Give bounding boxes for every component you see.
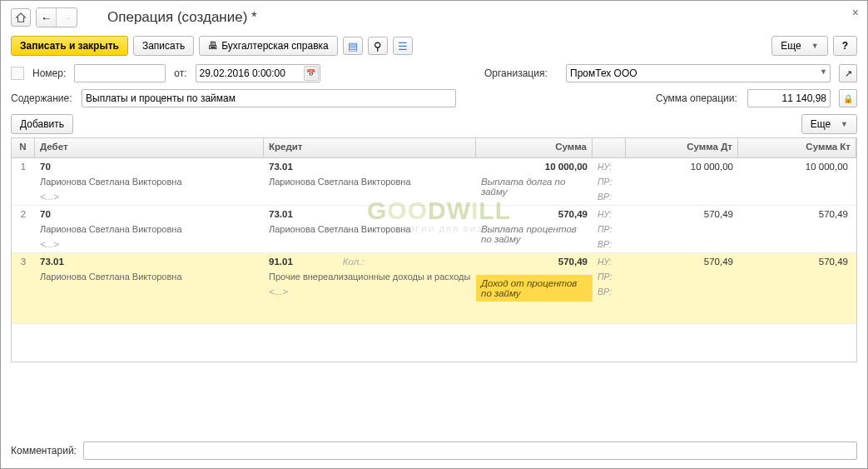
org-select[interactable] xyxy=(566,64,831,82)
debit-cell[interactable]: 73.01 Ларионова Светлана Викторовна xyxy=(35,253,264,323)
tags-cell: НУ: ПР: ВР: xyxy=(593,158,626,205)
accounting-reference-label: Бухгалтерская справка xyxy=(221,40,329,52)
grid-toolbar: Добавить Еще▼ xyxy=(11,114,857,134)
debit-account: 70 xyxy=(40,209,259,219)
sum-cell[interactable]: 570,49 Выплата процентов по займу xyxy=(476,206,593,252)
chevron-down-icon: ▼ xyxy=(834,120,848,128)
tag-vr: ВР: xyxy=(598,192,621,202)
sumkt-cell[interactable]: 570,49 xyxy=(738,206,856,252)
printer-icon: 🖶 xyxy=(208,40,218,52)
header-bar: ← → Операция (создание) * xyxy=(11,7,857,27)
sum-value: 570,49 xyxy=(476,253,593,270)
comment-row: Комментарий: xyxy=(11,442,857,460)
calendar-icon[interactable]: 📅 xyxy=(304,66,319,81)
window-title: Операция (создание) * xyxy=(107,9,257,26)
credit-subconto: Прочие внереализационные доходы и расход… xyxy=(269,272,471,282)
sum-cell[interactable]: 570,49 Доход от процентов по займу xyxy=(476,253,593,323)
tag-nu: НУ: xyxy=(598,162,621,172)
entries-grid: N Дебет Кредит Сумма Сумма Дт Сумма Кт 1… xyxy=(11,137,857,362)
help-button[interactable]: ? xyxy=(833,36,857,56)
tag-vr: ВР: xyxy=(598,239,621,249)
content-label: Содержание: xyxy=(11,92,73,104)
credit-subconto: Ларионова Светлана Викторовна xyxy=(269,224,471,234)
credit-cell[interactable]: 73.01 Ларионова Светлана Викторовна xyxy=(264,206,476,252)
debit-subconto: Ларионова Светлана Викторовна xyxy=(40,272,259,282)
open-icon: ↗ xyxy=(845,68,852,79)
table-row[interactable]: 2 70 Ларионова Светлана Викторовна <...>… xyxy=(12,206,856,253)
home-icon xyxy=(15,12,27,23)
col-credit[interactable]: Кредит xyxy=(264,138,476,157)
sum-value: 570,49 xyxy=(481,209,588,219)
save-close-button[interactable]: Записать и закрыть xyxy=(11,36,128,56)
sum-note: Доход от процентов по займу xyxy=(476,275,593,302)
debit-cell[interactable]: 70 Ларионова Светлана Викторовна <...> xyxy=(35,158,264,205)
credit-cell[interactable]: 91.01Кол.: Прочие внереализационные дохо… xyxy=(264,253,476,323)
tag-nu: НУ: xyxy=(598,209,621,219)
col-debit[interactable]: Дебет xyxy=(35,138,264,157)
close-icon[interactable]: × xyxy=(852,6,859,19)
sum-lock-button[interactable]: 🔒 xyxy=(839,89,857,107)
row-num: 1 xyxy=(12,158,35,205)
sumdt-cell[interactable]: 570,49 xyxy=(626,206,738,252)
tag-pr: ПР: xyxy=(598,177,621,187)
sumdt-cell[interactable]: 10 000,00 xyxy=(626,158,738,205)
col-sum[interactable]: Сумма xyxy=(476,138,593,157)
credit-subconto: Ларионова Светлана Викторовна xyxy=(269,177,471,187)
more-button[interactable]: Еще▼ xyxy=(771,36,827,56)
debit-account: 70 xyxy=(40,162,259,172)
chevron-down-icon: ▼ xyxy=(805,42,819,50)
date-input[interactable] xyxy=(196,64,320,82)
nav-forward-button: → xyxy=(57,8,77,27)
home-button[interactable] xyxy=(11,8,31,27)
content-input[interactable] xyxy=(82,89,456,107)
attach-file-button[interactable]: ▤ xyxy=(343,37,363,55)
table-row[interactable]: 1 70 Ларионова Светлана Викторовна <...>… xyxy=(12,158,856,206)
document-type-icon xyxy=(11,67,24,80)
save-button[interactable]: Записать xyxy=(133,36,194,56)
main-toolbar: Записать и закрыть Записать 🖶 Бухгалтерс… xyxy=(11,36,857,56)
list-icon: ☰ xyxy=(398,40,408,52)
sum-input[interactable] xyxy=(747,89,831,107)
sum-cell[interactable]: 10 000,00 Выплата долга по займу xyxy=(476,158,593,205)
debit-subconto: Ларионова Светлана Викторовна xyxy=(40,224,259,234)
row-num: 2 xyxy=(12,206,35,252)
arrow-right-icon: → xyxy=(61,12,72,24)
credit-cell[interactable]: 73.01 Ларионова Светлана Викторовна xyxy=(264,158,476,205)
credit-ext: <...> xyxy=(269,287,471,297)
debit-ext: <...> xyxy=(40,239,259,249)
debit-cell[interactable]: 70 Ларионова Светлана Викторовна <...> xyxy=(35,206,264,252)
form-row-content: Содержание: Сумма операции: 🔒 xyxy=(11,89,857,107)
sumdt-cell[interactable]: 570,49 xyxy=(626,253,738,323)
sum-label: Сумма операции: xyxy=(656,92,739,104)
debit-account: 73.01 xyxy=(40,257,259,267)
col-sumkt[interactable]: Сумма Кт xyxy=(738,138,856,157)
tag-pr: ПР: xyxy=(598,272,621,282)
col-n[interactable]: N xyxy=(12,138,35,157)
sum-note: Выплата долга по займу xyxy=(481,177,588,197)
chevron-down-icon[interactable]: ▼ xyxy=(820,67,827,76)
comment-input[interactable] xyxy=(83,442,857,460)
clip-button[interactable]: ⚲ xyxy=(368,37,388,55)
credit-account: 73.01 xyxy=(269,162,471,172)
add-row-button[interactable]: Добавить xyxy=(11,114,73,134)
col-sumdt[interactable]: Сумма Дт xyxy=(626,138,738,157)
accounting-reference-button[interactable]: 🖶 Бухгалтерская справка xyxy=(199,36,338,56)
nav-back-button[interactable]: ← xyxy=(37,8,57,27)
grid-more-button[interactable]: Еще▼ xyxy=(801,114,857,134)
table-row[interactable]: 3 73.01 Ларионова Светлана Викторовна 91… xyxy=(12,253,856,324)
tags-cell: НУ: ПР: ВР: xyxy=(593,253,626,323)
sumkt-cell[interactable]: 10 000,00 xyxy=(738,158,856,205)
list-button[interactable]: ☰ xyxy=(393,37,413,55)
tags-cell: НУ: ПР: ВР: xyxy=(593,206,626,252)
sumkt-cell[interactable]: 570,49 xyxy=(738,253,856,323)
tag-nu: НУ: xyxy=(598,257,621,267)
more-label: Еще xyxy=(781,40,801,52)
org-open-button[interactable]: ↗ xyxy=(839,64,857,82)
document-icon: ▤ xyxy=(348,40,358,52)
nav-group: ← → xyxy=(36,7,77,27)
tag-pr: ПР: xyxy=(598,224,621,234)
operation-window: × ← → Операция (создание) * Записать и з… xyxy=(0,0,868,469)
row-num: 3 xyxy=(12,253,35,323)
credit-account: 91.01 xyxy=(269,257,293,267)
number-input[interactable] xyxy=(74,64,166,82)
